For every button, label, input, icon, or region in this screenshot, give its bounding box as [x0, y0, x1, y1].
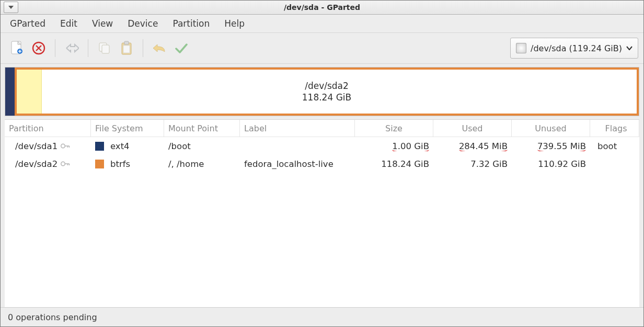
cell-filesystem: btrfs: [110, 159, 130, 169]
svg-point-8: [61, 144, 65, 148]
cell-mountpoint: /, /home: [164, 159, 240, 169]
menu-edit[interactable]: Edit: [60, 18, 77, 29]
partition-map: /dev/sda2 118.24 GiB: [1, 64, 643, 119]
cell-used: 284.45 MiB: [459, 141, 508, 151]
partition-table: Partition File System Mount Point Label …: [5, 119, 639, 307]
cell-flags: boot: [590, 141, 639, 151]
cell-filesystem: ext4: [110, 141, 130, 151]
table-body: /dev/sda1 ext4 /boot 1.00 GiB 284.45 MiB…: [5, 137, 639, 307]
delete-partition-button[interactable]: [28, 37, 50, 59]
column-label[interactable]: Label: [240, 120, 355, 137]
menubar: GParted Edit View Device Partition Help: [1, 15, 643, 33]
window-title: /dev/sda - GParted: [1, 3, 643, 12]
disk-icon: [516, 43, 526, 53]
svg-point-9: [61, 162, 65, 166]
cell-size: 1.00 GiB: [392, 141, 429, 151]
copy-button[interactable]: [94, 37, 116, 59]
table-row[interactable]: /dev/sda2 btrfs /, /home fedora_localhos…: [5, 155, 639, 173]
device-selector[interactable]: /dev/sda (119.24 GiB): [510, 38, 638, 59]
menu-help[interactable]: Help: [224, 18, 245, 29]
table-row[interactable]: /dev/sda1 ext4 /boot 1.00 GiB 284.45 MiB…: [5, 137, 639, 155]
cell-label: fedora_localhost-live: [240, 159, 355, 169]
fs-swatch: [95, 160, 104, 168]
menu-gparted[interactable]: GParted: [10, 18, 45, 29]
partition-map-size: 118.24 GiB: [17, 92, 637, 103]
menu-device[interactable]: Device: [128, 18, 158, 29]
resize-move-button[interactable]: [61, 37, 83, 59]
column-flags[interactable]: Flags: [590, 120, 639, 137]
toolbar-separator: [88, 39, 88, 57]
cell-partition: /dev/sda1: [15, 141, 58, 151]
svg-rect-7: [123, 46, 130, 53]
toolbar-separator: [143, 39, 143, 57]
menu-partition[interactable]: Partition: [172, 18, 210, 29]
cell-partition: /dev/sda2: [15, 159, 58, 169]
apply-button[interactable]: [170, 37, 192, 59]
status-text: 0 operations pending: [8, 312, 97, 322]
window-menu-button[interactable]: [4, 2, 18, 13]
partition-map-name: /dev/sda2: [17, 80, 637, 92]
chevron-down-icon: [626, 46, 632, 50]
partition-map-label: /dev/sda2 118.24 GiB: [17, 80, 637, 103]
svg-rect-6: [124, 41, 129, 44]
toolbar: /dev/sda (119.24 GiB): [1, 33, 643, 64]
column-partition[interactable]: Partition: [5, 120, 91, 137]
column-filesystem[interactable]: File System: [91, 120, 164, 137]
new-partition-button[interactable]: [6, 37, 28, 59]
cell-unused: 739.55 MiB: [537, 141, 586, 151]
cell-size: 118.24 GiB: [355, 159, 433, 169]
titlebar: /dev/sda - GParted: [1, 1, 643, 15]
cell-unused: 110.92 GiB: [512, 159, 590, 169]
column-used[interactable]: Used: [433, 120, 512, 137]
column-size[interactable]: Size: [355, 120, 433, 137]
key-icon: [61, 143, 70, 149]
partition-map-sda1[interactable]: [5, 67, 15, 116]
cell-used: 7.32 GiB: [433, 159, 512, 169]
key-icon: [61, 161, 70, 167]
partition-map-sda2[interactable]: /dev/sda2 118.24 GiB: [15, 67, 639, 116]
column-unused[interactable]: Unused: [512, 120, 590, 137]
status-bar: 0 operations pending: [1, 307, 643, 326]
undo-button[interactable]: [148, 37, 170, 59]
cell-mountpoint: /boot: [164, 141, 240, 151]
paste-button[interactable]: [116, 37, 137, 59]
gparted-window: /dev/sda - GParted GParted Edit View Dev…: [0, 0, 644, 327]
column-mountpoint[interactable]: Mount Point: [164, 120, 240, 137]
table-header: Partition File System Mount Point Label …: [5, 120, 639, 137]
svg-rect-4: [102, 45, 109, 53]
fs-swatch: [95, 142, 104, 151]
toolbar-separator: [55, 39, 55, 57]
device-selector-label: /dev/sda (119.24 GiB): [531, 43, 622, 53]
menu-view[interactable]: View: [92, 18, 113, 29]
